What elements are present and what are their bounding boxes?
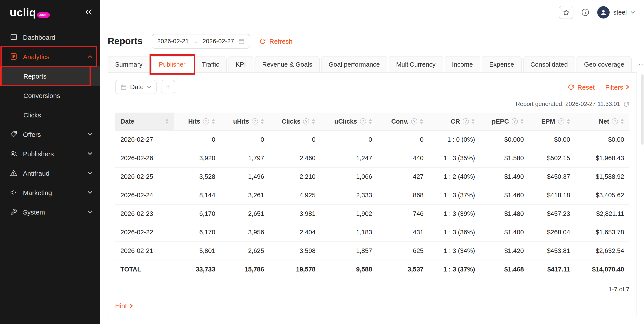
scrollbar[interactable] (641, 74, 644, 145)
sidebar-item-publishers[interactable]: Publishers (0, 144, 100, 163)
tab-traffic[interactable]: Traffic (194, 56, 227, 73)
cell-value: 1,797 (220, 149, 270, 167)
cell-value: 3,528 (174, 167, 220, 186)
tab-goal-performance[interactable]: Goal performance (321, 56, 387, 73)
app-root: ucliq .com DashboardAnalyticsReportsConv… (0, 0, 644, 324)
cell-value: $1.420 (480, 241, 529, 260)
tab-kpi[interactable]: KPI (228, 56, 254, 73)
tab-multicurrency[interactable]: MultiCurrency (388, 56, 443, 73)
sort-icon[interactable] (260, 119, 264, 124)
sidebar-item-system[interactable]: System (0, 202, 100, 222)
date-range-picker[interactable]: 2026-02-21 → 2026-02-27 (152, 34, 250, 48)
help-icon[interactable]: ? (360, 118, 366, 125)
column-label: pEPC (492, 118, 509, 125)
table-total-row: TOTAL33,73315,78619,5789,5883,5371 : 3 (… (115, 260, 630, 278)
sort-icon[interactable] (471, 119, 475, 124)
refresh-button[interactable]: Refresh (259, 37, 292, 45)
username: steel (613, 9, 627, 16)
column-header-pepc[interactable]: pEPC? (480, 113, 529, 130)
user-menu[interactable]: steel (598, 6, 635, 19)
arrow-right-icon: → (193, 38, 198, 44)
help-icon[interactable]: ? (252, 118, 258, 125)
column-header-net[interactable]: Net? (576, 113, 630, 130)
column-header-hits[interactable]: Hits? (174, 113, 220, 130)
column-header-clicks[interactable]: Clicks? (270, 113, 321, 130)
cell-value: 0 (220, 130, 270, 149)
column-header-uhits[interactable]: uHits? (220, 113, 270, 130)
tab-consolidated[interactable]: Consolidated (523, 56, 575, 73)
cell-value: 15,786 (220, 260, 270, 278)
sidebar-item-clicks[interactable]: Clicks (0, 105, 100, 125)
cell-value: $3,405.62 (576, 186, 630, 204)
sidebar-item-antifraud[interactable]: Antifraud (0, 163, 100, 183)
tab-label: KPI (236, 61, 246, 68)
marketing-icon (10, 188, 18, 196)
sidebar-item-conversions[interactable]: Conversions (0, 86, 100, 105)
help-icon[interactable]: ? (558, 118, 564, 125)
cell-value: $502.15 (529, 149, 576, 167)
tab-geo-coverage[interactable]: Geo coverage (576, 56, 632, 73)
cell-value: 1 : 0 (0%) (429, 130, 480, 149)
tab-revenue-goals[interactable]: Revenue & Goals (255, 56, 320, 73)
sidebar-collapse-icon[interactable] (85, 9, 93, 16)
sidebar-item-analytics[interactable]: Analytics (0, 47, 100, 66)
column-header-epm[interactable]: EPM? (529, 113, 576, 130)
cell-value: 6,170 (174, 223, 220, 241)
sidebar-item-dashboard[interactable]: Dashboard (0, 27, 100, 47)
tab-income[interactable]: Income (444, 56, 480, 73)
table-header-row: DateHits?uHits?Clicks?uClicks?Conv.?CR?p… (115, 113, 630, 130)
system-icon (10, 208, 18, 216)
info-icon[interactable] (581, 8, 590, 17)
dashboard-icon (10, 33, 18, 41)
cell-value: $1.400 (480, 223, 529, 241)
sidebar-item-marketing[interactable]: Marketing (0, 183, 100, 202)
column-header-cr[interactable]: CR? (429, 113, 480, 130)
tab-publisher[interactable]: Publisher (151, 56, 193, 73)
sort-icon[interactable] (620, 119, 624, 124)
cell-value: 1,902 (321, 204, 378, 223)
date-filter-chip[interactable]: Date (115, 80, 156, 94)
sidebar-item-offers[interactable]: Offers (0, 125, 100, 144)
sort-icon[interactable] (420, 119, 424, 124)
tab-expense[interactable]: Expense (482, 56, 522, 73)
filter-row: Date Reset (115, 80, 630, 94)
reset-label: Reset (578, 83, 594, 91)
filters-button[interactable]: Filters (605, 83, 630, 91)
column-header-uclicks[interactable]: uClicks? (321, 113, 378, 130)
page-header: Reports 2026-02-21 → 2026-02-27 Refresh (108, 34, 637, 49)
cell-value: 2,651 (220, 204, 270, 223)
help-icon[interactable]: ? (512, 118, 518, 125)
cell-value: 1 : 3 (37%) (429, 186, 480, 204)
help-icon[interactable]: ? (303, 118, 310, 125)
column-header-conv[interactable]: Conv.? (377, 113, 429, 130)
help-icon[interactable]: ? (411, 118, 417, 125)
sidebar-item-reports[interactable]: Reports (0, 66, 100, 86)
help-icon[interactable]: ? (203, 118, 209, 125)
add-filter-button[interactable] (161, 80, 175, 94)
brand-logo[interactable]: ucliq .com (10, 7, 50, 18)
tab-label: MultiCurrency (396, 61, 436, 68)
sort-icon[interactable] (566, 119, 570, 124)
sort-icon[interactable] (312, 119, 316, 124)
cell-value: 1 : 2 (40%) (429, 167, 480, 186)
help-icon[interactable]: ? (463, 118, 469, 125)
hint-link[interactable]: Hint (115, 302, 630, 309)
help-icon[interactable]: ? (612, 118, 618, 125)
calendar-icon (238, 38, 244, 44)
sort-icon[interactable] (211, 119, 215, 124)
more-tabs-button[interactable]: ⋯ (633, 56, 644, 73)
reset-button[interactable]: Reset (568, 83, 594, 91)
column-header-date[interactable]: Date (115, 113, 174, 130)
tab-summary[interactable]: Summary (108, 56, 150, 73)
cell-value: 3,598 (270, 241, 321, 260)
table-row: 2026-02-253,5281,4962,2101,0664271 : 2 (… (115, 167, 630, 186)
sort-icon[interactable] (520, 119, 524, 124)
cell-value: $0.000 (480, 130, 529, 149)
plus-icon (165, 84, 171, 90)
sidebar-menu: DashboardAnalyticsReportsConversionsClic… (0, 25, 100, 222)
reload-icon[interactable] (623, 101, 630, 107)
sort-icon[interactable] (165, 119, 169, 124)
sort-icon[interactable] (368, 119, 372, 124)
favorite-button[interactable] (559, 6, 574, 19)
cell-value: $1,588.92 (576, 167, 630, 186)
